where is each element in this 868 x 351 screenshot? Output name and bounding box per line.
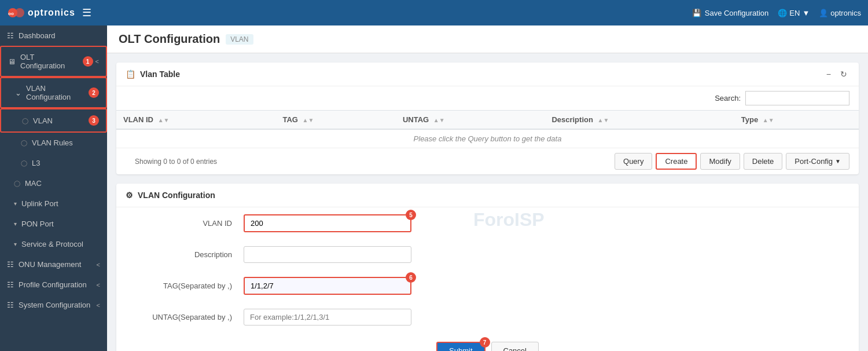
sidebar-item-label: VLAN Rules <box>32 138 73 147</box>
badge-1: 1 <box>83 56 93 67</box>
table-empty-row: Please click the Query button to get the… <box>116 129 859 148</box>
content-wrapper: ForoISP 📋 Vlan Table − ↻ Search: <box>107 63 868 351</box>
col-tag: TAG ▲▼ <box>275 111 395 130</box>
sidebar-item-vlan-rules[interactable]: ◯ VLAN Rules <box>0 133 107 153</box>
modify-button[interactable]: Modify <box>700 153 740 170</box>
submit-button[interactable]: Submit <box>436 342 485 351</box>
sort-icon: ▲▼ <box>763 117 774 123</box>
badge-7: 7 <box>480 337 490 348</box>
sort-icon: ▲▼ <box>433 117 445 123</box>
sidebar-item-label: PON Port <box>21 220 54 228</box>
top-nav-right: 💾 Save Configuration 🌐 EN ▼ 👤 optronics <box>692 9 861 17</box>
page-header: OLT Configuration VLAN <box>107 25 868 53</box>
vlan-table-card: 📋 Vlan Table − ↻ Search: <box>116 63 859 174</box>
form-row-vlan-id: VLAN ID 5 <box>116 207 859 239</box>
save-config-label: Save Configuration <box>705 9 769 17</box>
logo-text: optronics <box>28 8 75 18</box>
card-title: Vlan Table <box>140 70 180 79</box>
empty-message: Please click the Query button to get the… <box>116 129 859 148</box>
sidebar-item-vlan[interactable]: ◯ VLAN 3 <box>0 108 107 133</box>
sidebar-item-mac[interactable]: ◯ MAC <box>0 173 107 193</box>
circle-icon: ◯ <box>21 160 27 166</box>
create-button[interactable]: Create <box>656 153 697 170</box>
delete-button[interactable]: Delete <box>744 153 783 170</box>
globe-icon: 🌐 <box>778 9 787 17</box>
hamburger-icon[interactable]: ☰ <box>82 6 91 19</box>
query-button[interactable]: Query <box>615 153 652 170</box>
untag-input[interactable] <box>244 309 411 326</box>
sidebar-item-service-protocol[interactable]: ▾ Service & Protocol <box>0 234 107 254</box>
table-footer: Showing 0 to 0 of 0 entries Query Create… <box>116 148 859 174</box>
sidebar-item-label: Uplink Port <box>21 199 58 208</box>
sidebar-item-label: ONU Management <box>19 260 81 269</box>
sidebar-item-l3[interactable]: ◯ L3 <box>0 153 107 173</box>
sidebar-item-profile-config[interactable]: ☷ Profile Configuration < <box>0 275 107 295</box>
svg-point-1 <box>15 8 24 17</box>
chevron-down-icon: ⌄ <box>15 89 21 97</box>
tag-label: TAG(Separated by ,) <box>139 281 232 290</box>
description-label: Description <box>139 250 232 259</box>
col-description: Description ▲▼ <box>545 111 734 130</box>
tag-input[interactable] <box>244 277 411 295</box>
vlan-config-header: ⚙ VLAN Configuration <box>116 184 859 207</box>
vlan-id-input[interactable] <box>244 214 411 232</box>
sort-icon: ▲▼ <box>158 117 170 123</box>
circle-icon: ◯ <box>21 140 27 146</box>
description-input[interactable] <box>244 246 411 263</box>
settings-icon: ⚙ <box>126 191 133 200</box>
vlan-config-title: VLAN Configuration <box>138 191 215 200</box>
chevron-down-icon: ▾ <box>14 200 17 207</box>
sidebar-item-uplink-port[interactable]: ▾ Uplink Port <box>0 193 107 214</box>
main-layout: ☷ Dashboard 🖥 OLT Configuration 1 < ⌄ VL… <box>0 25 868 351</box>
sidebar-item-pon-port[interactable]: ▾ PON Port <box>0 214 107 234</box>
grid-icon: ☷ <box>7 280 14 289</box>
cancel-button[interactable]: Cancel <box>491 342 539 351</box>
sidebar: ☷ Dashboard 🖥 OLT Configuration 1 < ⌄ VL… <box>0 25 107 351</box>
badge-2: 2 <box>89 87 99 98</box>
action-buttons: Query Create Modify Delete Port-Config ▼ <box>615 151 849 172</box>
sidebar-item-label: L3 <box>32 159 40 167</box>
vlan-table: VLAN ID ▲▼ TAG ▲▼ UNTAG ▲▼ <box>116 110 859 148</box>
refresh-button[interactable]: ↻ <box>838 68 849 80</box>
sidebar-item-olt-config[interactable]: 🖥 OLT Configuration 1 < <box>0 46 107 77</box>
table-wrapper: VLAN ID ▲▼ TAG ▲▼ UNTAG ▲▼ <box>116 110 859 148</box>
user-button[interactable]: 👤 optronics <box>819 9 861 17</box>
collapse-icon: < <box>97 281 100 288</box>
dropdown-arrow-icon: ▼ <box>835 158 841 164</box>
sidebar-item-label: Profile Configuration <box>19 280 87 289</box>
showing-text: Showing 0 to 0 of 0 entries <box>126 153 226 170</box>
chevron-down-icon: ▾ <box>14 221 17 227</box>
sidebar-item-label: VLAN <box>33 116 53 125</box>
sidebar-item-label: System Configuration <box>19 301 90 309</box>
sidebar-item-label: OLT Configuration <box>20 53 78 70</box>
language-button[interactable]: 🌐 EN ▼ <box>778 9 810 17</box>
untag-label: UNTAG(Separated by ,) <box>139 313 232 321</box>
search-input[interactable] <box>745 91 849 105</box>
vlan-id-label: VLAN ID <box>139 219 232 228</box>
collapse-icon: < <box>97 302 100 309</box>
sidebar-item-vlan-config[interactable]: ⌄ VLAN Configuration 2 <box>0 77 107 108</box>
sort-icon: ▲▼ <box>598 117 609 123</box>
collapse-icon: < <box>95 58 99 65</box>
sidebar-item-system-config[interactable]: ☷ System Configuration < <box>0 295 107 315</box>
sidebar-item-label: VLAN Configuration <box>26 84 84 101</box>
content: OLT Configuration VLAN ForoISP 📋 Vlan Ta… <box>107 25 868 351</box>
chevron-down-icon: ▼ <box>802 9 810 17</box>
save-config-button[interactable]: 💾 Save Configuration <box>692 9 769 17</box>
table-toolbar: Search: <box>116 86 859 110</box>
page-subtitle: VLAN <box>226 34 253 45</box>
port-config-button[interactable]: Port-Config ▼ <box>786 153 849 170</box>
form-row-tag: TAG(Separated by ,) 6 <box>116 270 859 302</box>
table-header-row: VLAN ID ▲▼ TAG ▲▼ UNTAG ▲▼ <box>116 111 859 130</box>
badge-5: 5 <box>406 210 416 220</box>
card-header: 📋 Vlan Table − ↻ <box>116 63 859 86</box>
sidebar-item-dashboard[interactable]: ☷ Dashboard <box>0 25 107 46</box>
sidebar-item-onu-management[interactable]: ☷ ONU Management < <box>0 254 107 275</box>
minimize-button[interactable]: − <box>824 68 833 80</box>
vlan-config-section: ⚙ VLAN Configuration VLAN ID 5 Descripti… <box>116 184 859 351</box>
svg-text:oo: oo <box>8 11 14 16</box>
sort-icon: ▲▼ <box>303 117 314 123</box>
monitor-icon: 🖥 <box>8 57 16 66</box>
user-label: optronics <box>830 9 861 17</box>
collapse-icon: < <box>97 261 100 268</box>
